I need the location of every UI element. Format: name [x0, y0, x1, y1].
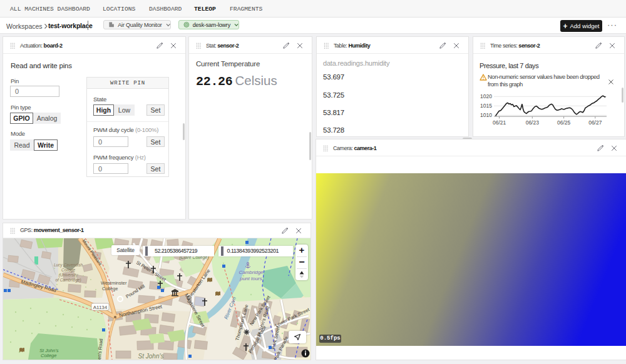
svg-text:College: College	[61, 268, 75, 273]
svg-text:06/21: 06/21	[493, 119, 506, 126]
svg-text:06/27: 06/27	[588, 119, 602, 126]
svg-text:1020: 1020	[480, 93, 492, 99]
svg-text:1010: 1010	[480, 112, 492, 118]
svg-text:punt tours: punt tours	[239, 276, 262, 281]
svg-text:St John's: St John's	[138, 353, 164, 360]
svg-text:College: College	[41, 353, 56, 358]
svg-text:1015: 1015	[480, 103, 492, 109]
svg-text:Lucy Cavendish: Lucy Cavendish	[54, 263, 83, 268]
svg-text:Cambridge: Cambridge	[239, 270, 264, 275]
svg-text:Westminster: Westminster	[101, 280, 127, 286]
svg-text:A1134: A1134	[93, 305, 108, 310]
svg-text:College: College	[102, 286, 118, 291]
svg-text:06/25: 06/25	[557, 119, 571, 126]
svg-text:06/23: 06/23	[526, 119, 540, 126]
svg-text:of Cambridge): of Cambridge)	[55, 278, 81, 283]
svg-text:(University: (University	[59, 273, 78, 278]
